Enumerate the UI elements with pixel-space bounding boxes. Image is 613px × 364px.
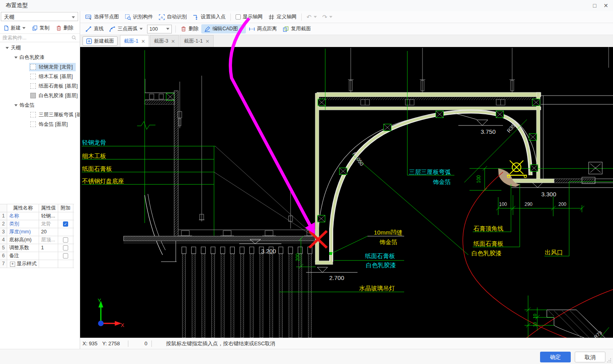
chevron-down-icon [139, 28, 143, 30]
property-value[interactable]: 20 [39, 228, 58, 236]
copy-button-label: 复制 [39, 25, 49, 31]
delete-tool-button[interactable]: 删除 [178, 24, 201, 33]
select-node-diagram-label: 选择节点图 [94, 14, 119, 20]
row-number: 6 [0, 252, 7, 260]
undo-button[interactable]: ↶ [304, 12, 320, 22]
tree-item[interactable]: 轻钢龙骨 [龙骨] [0, 62, 80, 72]
tree-item[interactable]: 饰金箔 [面层] [0, 119, 80, 129]
line-tool-button[interactable]: 直线 [83, 24, 106, 33]
property-extra-cell [58, 236, 73, 244]
close-icon[interactable]: ✕ [206, 39, 210, 44]
close-button[interactable]: ✕ [602, 2, 610, 9]
expand-plus-icon[interactable]: + [10, 262, 15, 267]
separator [230, 14, 231, 21]
select-node-diagram-button[interactable]: CAD 选择节点图 [83, 12, 122, 22]
extra-checkbox[interactable] [63, 253, 68, 258]
material-swatch-icon [30, 83, 36, 89]
show-grid-toggle[interactable]: 显示轴网 [233, 12, 265, 22]
redo-button[interactable]: ↷ [320, 12, 336, 22]
expand-arrow-icon[interactable] [6, 47, 9, 49]
property-row[interactable]: 5调整系数1 [0, 244, 74, 252]
maximize-button[interactable]: □ [591, 2, 599, 9]
category-dropdown[interactable]: 天棚 [1, 12, 78, 21]
property-value[interactable] [39, 260, 58, 268]
property-row[interactable]: 3厚度(mm)20 [0, 228, 74, 236]
new-section-button[interactable]: 新建截面 [83, 36, 118, 46]
tree-item[interactable]: 三层三厘板弯弧 [基 [0, 110, 80, 119]
cad-canvas[interactable]: 轻钢龙骨细木工板纸面石膏板不锈钢灯盘底座3.2002002.70010mm凹缝饰… [80, 47, 613, 338]
property-name: 名称 [7, 212, 39, 220]
tree-item[interactable]: 白色乳胶漆 [0, 53, 80, 62]
section-tabbar: 新建截面 截面-1 ✕ 截面-3 ✕ 截面-1-1 ✕ [80, 35, 613, 47]
canvas-label: 10 [532, 314, 537, 319]
tree-item[interactable]: 纸面石膏板 [基层] [0, 81, 80, 91]
extra-checkbox[interactable] [63, 245, 68, 250]
copy-button[interactable]: 复制 [29, 25, 53, 31]
property-value[interactable]: 轻钢... [39, 212, 58, 220]
three-point-arc-label: 三点画弧 [118, 25, 138, 32]
property-row[interactable]: 1名称轻钢... [0, 212, 74, 220]
property-name: 调整系数 [7, 244, 39, 252]
expand-arrow-icon[interactable] [14, 104, 18, 106]
tree-leaf-label: 三层三厘板弯弧 [基 [39, 112, 80, 118]
close-icon[interactable]: ✕ [141, 39, 145, 44]
auto-recognize-label: 自动识别 [167, 14, 187, 20]
tree-item[interactable]: 白色乳胶漆 [面层] [0, 91, 80, 100]
edit-cad-button[interactable]: 编辑CAD图 [201, 24, 246, 33]
resize-grip[interactable] [607, 358, 611, 363]
expand-arrow-icon[interactable] [14, 57, 18, 59]
size-dropdown[interactable]: 100 [147, 25, 172, 33]
close-icon[interactable]: ✕ [171, 39, 175, 44]
canvas-label: X [121, 322, 124, 328]
extra-checkbox[interactable] [63, 237, 68, 243]
chevron-down-icon [72, 16, 75, 18]
tree-item[interactable]: 饰金箔 [0, 100, 80, 110]
row-number: 2 [0, 220, 7, 228]
tree-item[interactable]: 天棚 [0, 43, 80, 53]
property-value[interactable]: 龙骨 [39, 220, 58, 228]
canvas-label: 水晶玻璃吊灯 [359, 285, 395, 292]
tab-section-1-1[interactable]: 截面-1-1 ✕ [180, 35, 213, 47]
new-button[interactable]: 新建 [0, 25, 29, 31]
two-point-distance-button[interactable]: 两点距离 [246, 24, 280, 33]
louver-strips [182, 247, 312, 338]
property-extra-cell [58, 212, 73, 220]
property-value[interactable]: 层顶... [39, 236, 58, 244]
set-insert-point-button[interactable]: 设置插入点 [190, 12, 229, 22]
window-title: 布置造型 [6, 2, 28, 9]
cad-drawing: 轻钢龙骨细木工板纸面石膏板不锈钢灯盘底座3.2002002.70010mm凹缝饰… [80, 47, 613, 338]
canvas-label: 饰金箔 [433, 178, 451, 185]
search-icon [71, 35, 77, 40]
recognize-icon [125, 14, 131, 20]
canvas-label: 出风口 [545, 249, 563, 256]
reuse-section-button[interactable]: 复用截面 [280, 24, 314, 33]
material-swatch-icon [30, 112, 36, 117]
show-grid-checkbox[interactable] [236, 14, 241, 20]
tab-section-3[interactable]: 截面-3 ✕ [150, 35, 179, 47]
delete-button[interactable]: 删除 [53, 25, 77, 31]
tree-item[interactable]: 细木工板 [基层] [0, 72, 80, 81]
extra-checkbox[interactable]: ✓ [63, 221, 68, 227]
property-row[interactable]: 4底标高(m)层顶... [0, 236, 74, 244]
recognize-component-button[interactable]: 识别构件 [122, 12, 156, 22]
three-point-arc-button[interactable]: 三点画弧 [106, 24, 145, 33]
search-input[interactable]: 搜索构件... [0, 34, 80, 42]
tree-leaf-label: 饰金箔 [面层] [39, 121, 68, 128]
row-number: 3 [0, 228, 7, 236]
tab-section-1[interactable]: 截面-1 ✕ [120, 35, 149, 47]
statusbar: X: 935 Y: 2758 0 按鼠标左键指定插入点，按右键结束或ESC取消 [80, 338, 613, 349]
property-row[interactable]: 2类别龙骨✓ [0, 220, 74, 228]
canvas-label: 3.300 [541, 191, 556, 198]
property-value[interactable]: 1 [39, 244, 58, 252]
property-name: 类别 [7, 220, 39, 228]
auto-recognize-button[interactable]: A 自动识别 [156, 12, 190, 22]
property-row[interactable]: 6备注 [0, 252, 74, 260]
cancel-button[interactable]: 取消 [575, 352, 605, 362]
property-extra-cell: ✓ [58, 220, 73, 228]
tab-label: 截面-1 [124, 38, 138, 45]
property-value[interactable] [39, 252, 58, 260]
property-row[interactable]: 7+显示样式 [0, 260, 74, 268]
confirm-button[interactable]: 确定 [540, 352, 571, 362]
canvas-labels: 轻钢龙骨细木工板纸面石膏板不锈钢灯盘底座3.2002002.70010mm凹缝饰… [82, 120, 603, 338]
define-grid-button[interactable]: 定义轴网 [265, 12, 299, 22]
